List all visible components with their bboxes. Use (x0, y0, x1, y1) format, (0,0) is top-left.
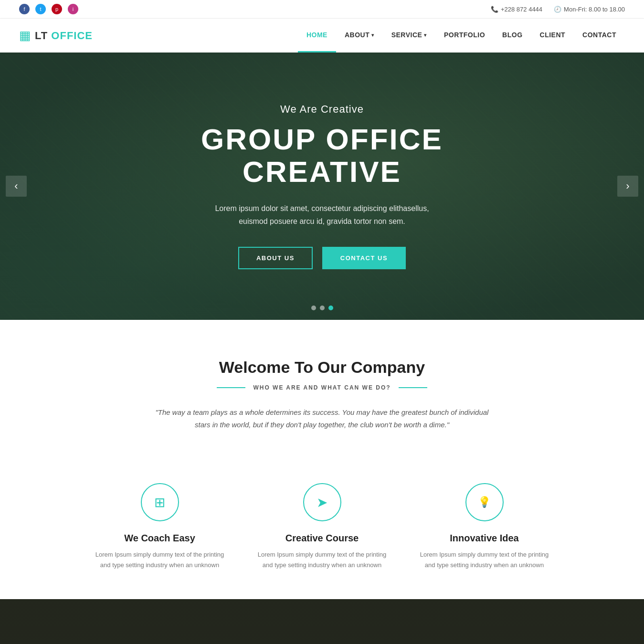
contact-us-button[interactable]: CONTACT US (322, 247, 406, 269)
hero-subtitle: We Are Creative (150, 103, 494, 116)
dot-2[interactable] (320, 306, 325, 310)
hero-buttons: ABOUT US CONTACT US (150, 247, 494, 269)
welcome-subtitle-row: WHO WE ARE AND WHAT CAN WE DO? (19, 384, 625, 391)
welcome-section: Welcome To Our Company WHO WE ARE AND WH… (0, 320, 644, 483)
contact-info: 📞 +228 872 4444 🕗 Mon-Fri: 8.00 to 18.00 (491, 6, 625, 13)
logo-accent: OFFICE (51, 30, 93, 42)
welcome-subtitle: WHO WE ARE AND WHAT CAN WE DO? (253, 384, 391, 391)
feature-desc-idea: Lorem Ipsum simply dummy text of the pri… (418, 549, 551, 570)
feature-title-coach: We Coach Easy (93, 533, 227, 544)
feature-icon-wrap-idea: 💡 (465, 483, 504, 521)
navigation-icon: ➤ (317, 495, 327, 510)
hours-text: Mon-Fri: 8.00 to 18.00 (564, 6, 625, 13)
hero-next-button[interactable]: › (617, 176, 638, 197)
nav-item-service[interactable]: SERVICE ▾ (383, 19, 435, 53)
logo-text: LT OFFICE (35, 30, 93, 42)
top-bar: f t p i 📞 +228 872 4444 🕗 Mon-Fri: 8.00 … (0, 0, 644, 19)
feature-item-idea: 💡 Innovative Idea Lorem Ipsum simply dum… (418, 483, 551, 570)
welcome-title: Welcome To Our Company (19, 358, 625, 377)
feature-desc-course: Lorem Ipsum simply dummy text of the pri… (255, 549, 389, 570)
dot-1[interactable] (311, 306, 316, 310)
phone-icon: 📞 (491, 6, 498, 13)
feature-icon-wrap-course: ➤ (303, 483, 341, 521)
hero-content: We Are Creative GROUP OFFICE CREATIVE Lo… (131, 74, 513, 298)
nav-item-client[interactable]: CLIENT (531, 19, 574, 53)
feature-desc-coach: Lorem Ipsum simply dummy text of the pri… (93, 549, 227, 570)
feature-icon-wrap-coach: ⊞ (141, 483, 179, 521)
feature-title-idea: Innovative Idea (418, 533, 551, 544)
instagram-icon[interactable]: i (68, 4, 78, 14)
subtitle-line-left (217, 387, 245, 388)
logo[interactable]: ▦ LT OFFICE (19, 21, 93, 50)
bottom-image-section (0, 599, 644, 644)
logo-icon: ▦ (19, 28, 31, 43)
facebook-icon[interactable]: f (19, 4, 30, 14)
caret-icon: ▾ (371, 32, 374, 38)
welcome-quote: "The way a team plays as a whole determi… (155, 406, 489, 431)
feature-item-coach: ⊞ We Coach Easy Lorem Ipsum simply dummy… (93, 483, 227, 570)
nav-item-home[interactable]: HOME (298, 19, 336, 53)
hero-prev-button[interactable]: ‹ (6, 176, 27, 197)
hero-section: ‹ We Are Creative GROUP OFFICE CREATIVE … (0, 53, 644, 320)
features-grid: ⊞ We Coach Easy Lorem Ipsum simply dummy… (0, 483, 644, 599)
twitter-icon[interactable]: t (35, 4, 46, 14)
phone-info: 📞 +228 872 4444 (491, 6, 542, 13)
hero-dots (311, 306, 333, 310)
nav-item-portfolio[interactable]: PORTFOLIO (435, 19, 494, 53)
org-chart-icon: ⊞ (154, 495, 165, 510)
nav-item-about[interactable]: ABOUT ▾ (336, 19, 383, 53)
nav-item-blog[interactable]: BLOG (494, 19, 531, 53)
caret-icon: ▾ (424, 32, 427, 38)
hero-title: GROUP OFFICE CREATIVE (150, 123, 494, 188)
hours-info: 🕗 Mon-Fri: 8.00 to 18.00 (554, 6, 625, 13)
clock-icon: 🕗 (554, 6, 561, 13)
feature-title-course: Creative Course (255, 533, 389, 544)
nav-item-contact[interactable]: CONTACT (574, 19, 625, 53)
lightbulb-icon: 💡 (478, 496, 491, 508)
pinterest-icon[interactable]: p (52, 4, 62, 14)
feature-item-course: ➤ Creative Course Lorem Ipsum simply dum… (255, 483, 389, 570)
navbar: ▦ LT OFFICE HOME ABOUT ▾ SERVICE ▾ PORTF… (0, 19, 644, 53)
social-icons: f t p i (19, 4, 78, 14)
subtitle-line-right (399, 387, 427, 388)
hero-description: Lorem ipsum dolor sit amet, consectetur … (150, 202, 494, 228)
about-us-button[interactable]: ABOUT US (238, 247, 313, 269)
phone-number: +228 872 4444 (501, 6, 542, 13)
dot-3[interactable] (328, 306, 333, 310)
nav-links: HOME ABOUT ▾ SERVICE ▾ PORTFOLIO BLOG CL… (298, 19, 625, 53)
